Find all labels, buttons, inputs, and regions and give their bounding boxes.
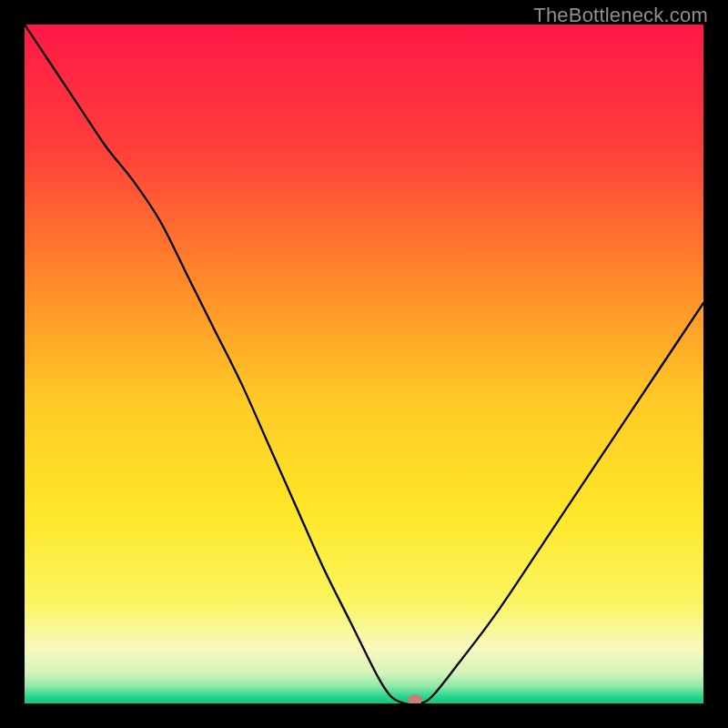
chart-curve [25,25,703,703]
chart-valley-marker [408,694,422,703]
chart-frame: TheBottleneck.com [0,0,728,728]
chart-plot-area [25,25,703,703]
